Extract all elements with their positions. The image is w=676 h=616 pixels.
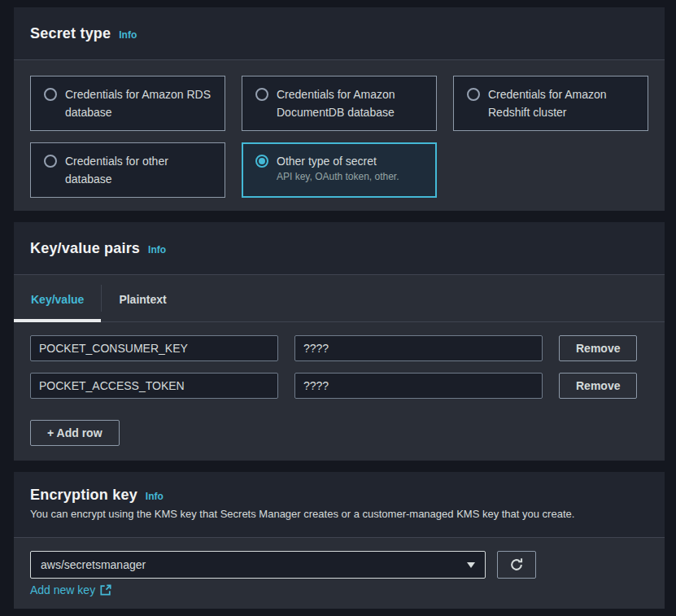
value-input[interactable]	[294, 335, 543, 361]
option-other-type-of-secret[interactable]: Other type of secret API key, OAuth toke…	[242, 142, 437, 198]
radio-unchecked[interactable]	[255, 88, 268, 101]
encryption-key-header: Encryption key Info You can encrypt usin…	[14, 472, 665, 538]
encryption-key-title: Encryption key	[30, 487, 137, 504]
key-input[interactable]	[30, 335, 278, 361]
key-value-row: Remove	[30, 373, 648, 399]
option-credentials-redshift[interactable]: Credentials for Amazon Redshift cluster	[453, 76, 648, 131]
radio-unchecked[interactable]	[467, 88, 480, 101]
encryption-key-description: You can encrypt using the KMS key that S…	[30, 507, 648, 522]
tab-plaintext[interactable]: Plaintext	[102, 275, 183, 321]
add-new-key-link[interactable]: Add new key	[30, 583, 111, 596]
option-label: Credentials for other database	[65, 152, 213, 188]
encryption-key-body: aws/secretsmanager Add new key	[14, 538, 665, 609]
radio-checked[interactable]	[255, 155, 268, 168]
key-value-tabs: Key/value Plaintext	[14, 275, 665, 322]
tab-key-value[interactable]: Key/value	[14, 275, 101, 321]
radio-unchecked[interactable]	[44, 155, 57, 168]
radio-unchecked[interactable]	[44, 88, 57, 101]
key-value-pairs-title: Key/value pairs	[30, 240, 140, 257]
add-row-button[interactable]: + Add row	[30, 420, 120, 446]
kms-key-select[interactable]: aws/secretsmanager	[30, 551, 486, 579]
page: Secret type Info Credentials for Amazon …	[0, 0, 676, 609]
secret-type-title: Secret type	[30, 25, 111, 42]
option-label: Credentials for Amazon Redshift cluster	[488, 85, 636, 121]
key-value-pairs-panel: Key/value pairs Info Key/value Plaintext…	[14, 222, 665, 461]
encryption-key-info-link[interactable]: Info	[146, 491, 164, 502]
external-link-icon	[100, 584, 111, 596]
key-value-row: Remove	[30, 335, 648, 361]
option-label: Credentials for Amazon RDS database	[65, 85, 213, 121]
option-credentials-other-db[interactable]: Credentials for other database	[30, 142, 225, 198]
option-label: Other type of secret	[277, 152, 399, 170]
secret-type-info-link[interactable]: Info	[119, 29, 137, 41]
secret-type-panel: Secret type Info Credentials for Amazon …	[14, 7, 665, 211]
key-value-pairs-info-link[interactable]: Info	[148, 244, 166, 256]
secret-type-header: Secret type Info	[14, 7, 665, 60]
option-description: API key, OAuth token, other.	[277, 170, 399, 184]
secret-type-options: Credentials for Amazon RDS database Cred…	[14, 60, 665, 211]
option-label: Credentials for Amazon DocumentDB databa…	[277, 85, 425, 121]
chevron-down-icon	[467, 562, 475, 568]
remove-row-button[interactable]: Remove	[559, 335, 637, 361]
value-input[interactable]	[294, 373, 543, 399]
option-credentials-rds[interactable]: Credentials for Amazon RDS database	[30, 76, 225, 131]
key-value-pairs-header: Key/value pairs Info	[14, 222, 665, 275]
key-value-editor: Remove Remove + Add row	[14, 322, 665, 461]
kms-key-selected-value: aws/secretsmanager	[41, 558, 146, 571]
remove-row-button[interactable]: Remove	[559, 373, 637, 399]
encryption-key-panel: Encryption key Info You can encrypt usin…	[14, 472, 665, 609]
option-credentials-documentdb[interactable]: Credentials for Amazon DocumentDB databa…	[242, 76, 437, 131]
refresh-icon	[509, 557, 524, 572]
add-new-key-label: Add new key	[30, 583, 95, 596]
key-input[interactable]	[30, 373, 278, 399]
refresh-keys-button[interactable]	[497, 551, 536, 579]
